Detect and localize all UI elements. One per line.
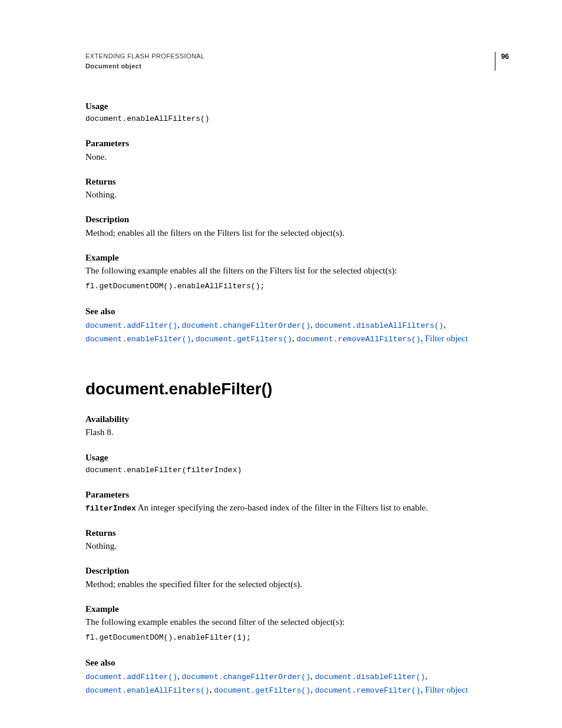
example-text: The following example enables the second… bbox=[85, 616, 509, 628]
link-disableallfilters[interactable]: document.disableAllFilters() bbox=[315, 321, 443, 330]
link-enableallfilters[interactable]: document.enableAllFilters() bbox=[85, 686, 210, 695]
parameters-label: Parameters bbox=[85, 137, 509, 149]
usage-code: document.enableAllFilters() bbox=[85, 114, 509, 124]
example-label: Example bbox=[85, 252, 509, 263]
page-number: 96 bbox=[495, 52, 509, 71]
link-filterobject[interactable]: Filter object bbox=[425, 685, 468, 694]
seealso-label: See also bbox=[85, 305, 509, 317]
link-removeallfilters[interactable]: document.removeAllFilters() bbox=[296, 335, 421, 344]
description-label: Description bbox=[85, 565, 509, 577]
availability-label: Availability bbox=[85, 413, 509, 425]
usage-code: document.enableFilter(filterIndex) bbox=[85, 465, 509, 476]
link-disablefilter[interactable]: document.disableFilter() bbox=[315, 673, 425, 681]
parameters-text: None. bbox=[85, 151, 509, 163]
seealso-block: document.addFilter(), document.changeFil… bbox=[85, 318, 509, 346]
link-getfilters[interactable]: document.getFilters() bbox=[214, 686, 310, 695]
availability-text: Flash 8. bbox=[85, 426, 509, 438]
description-text: Method; enables the specified filter for… bbox=[85, 578, 509, 590]
link-filterobject[interactable]: Filter object bbox=[425, 334, 468, 343]
link-changefilterorder[interactable]: document.changeFilterOrder() bbox=[182, 673, 310, 681]
usage-label: Usage bbox=[85, 100, 509, 112]
header-subhead: Document object bbox=[85, 62, 495, 71]
usage-label: Usage bbox=[85, 452, 509, 463]
example-text: The following example enables all the fi… bbox=[85, 265, 509, 276]
header-left: EXTENDING FLASH PROFESSIONAL Document ob… bbox=[85, 52, 495, 71]
link-enablefilter[interactable]: document.enableFilter() bbox=[85, 335, 191, 344]
description-text: Method; enables all the filters on the F… bbox=[85, 227, 509, 239]
link-getfilters[interactable]: document.getFilters() bbox=[196, 335, 292, 344]
description-label: Description bbox=[85, 213, 509, 225]
running-head: EXTENDING FLASH PROFESSIONAL bbox=[85, 52, 495, 61]
returns-text: Nothing. bbox=[85, 540, 509, 552]
link-changefilterorder[interactable]: document.changeFilterOrder() bbox=[182, 321, 310, 330]
section-title: document.enableFilter() bbox=[85, 378, 509, 400]
param-name: filterIndex bbox=[85, 504, 136, 513]
returns-label: Returns bbox=[85, 176, 509, 187]
seealso-block: document.addFilter(), document.changeFil… bbox=[85, 670, 509, 697]
returns-text: Nothing. bbox=[85, 189, 509, 200]
link-removefilter[interactable]: document.removeFilter() bbox=[315, 686, 420, 695]
example-label: Example bbox=[85, 603, 509, 615]
link-addfilter[interactable]: document.addFilter() bbox=[85, 321, 177, 330]
seealso-label: See also bbox=[85, 657, 509, 668]
link-addfilter[interactable]: document.addFilter() bbox=[85, 673, 177, 681]
parameters-label: Parameters bbox=[85, 489, 509, 500]
parameters-line: filterIndex An integer specifying the ze… bbox=[85, 502, 509, 514]
example-code: fl.getDocumentDOM().enableAllFilters(); bbox=[85, 281, 509, 292]
param-desc: An integer specifying the zero-based ind… bbox=[136, 503, 428, 512]
example-code: fl.getDocumentDOM().enableFilter(1); bbox=[85, 633, 509, 643]
page-header: EXTENDING FLASH PROFESSIONAL Document ob… bbox=[85, 52, 509, 71]
returns-label: Returns bbox=[85, 527, 509, 539]
